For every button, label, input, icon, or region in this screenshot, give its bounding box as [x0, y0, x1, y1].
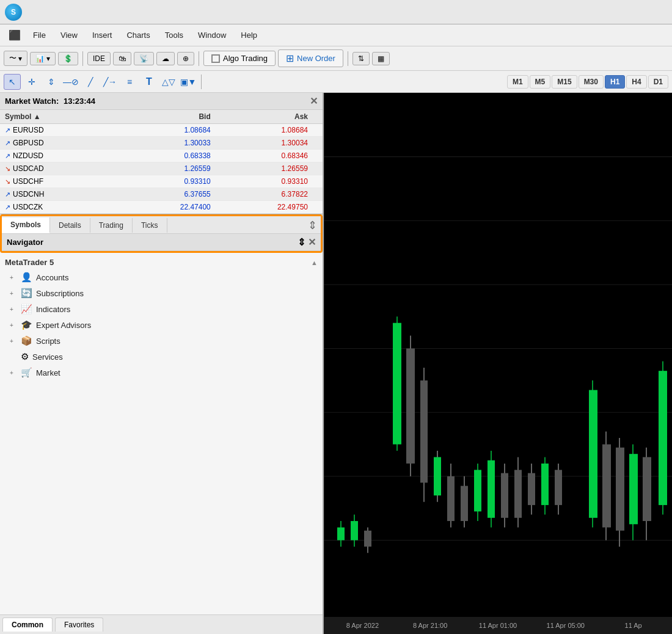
bid-value: 1.26559: [119, 162, 216, 175]
navigator-header: Navigator ⇕ ✕: [2, 234, 321, 251]
trend-line-btn[interactable]: ╱: [82, 74, 99, 90]
tf-h4[interactable]: H4: [626, 75, 646, 89]
nav-item[interactable]: + 📦 Scripts: [0, 333, 323, 349]
tab-trading[interactable]: Trading: [90, 218, 133, 233]
market-watch-row[interactable]: ↗NZDUSD 0.68338 0.68346: [0, 150, 323, 162]
depth-btn[interactable]: ⇅: [352, 52, 370, 65]
vertical-line-btn[interactable]: ⇕: [43, 74, 60, 90]
resize-handle[interactable]: ⇕: [305, 219, 320, 232]
chart-type-btn[interactable]: 〜 ▾: [4, 51, 27, 66]
menu-help[interactable]: Help: [235, 28, 263, 42]
main-toolbar: 〜 ▾ 📊 ▾ 💲 IDE 🛍 📡 ☁ ⊕ Algo Trading ⊞ New…: [0, 46, 672, 71]
bottom-tab-common[interactable]: Common: [2, 618, 53, 632]
col-symbol: Symbol ▲: [0, 110, 119, 124]
bid-value: 6.37655: [119, 188, 216, 201]
ray-btn[interactable]: ╱→: [101, 74, 119, 90]
menu-file[interactable]: File: [27, 28, 52, 42]
svg-rect-39: [555, 470, 562, 505]
history-btn[interactable]: ▦: [372, 52, 390, 65]
crosshair-btn[interactable]: ✛: [23, 74, 40, 90]
nav-item-label: Indicators: [36, 305, 70, 314]
new-order-btn[interactable]: ⊞ New Order: [278, 49, 343, 67]
market-watch-row[interactable]: ↘USDCHF 0.93310 0.93310: [0, 175, 323, 188]
nav-item[interactable]: + 👤 Accounts: [0, 269, 323, 285]
text-btn[interactable]: T: [141, 74, 158, 90]
svg-rect-31: [501, 473, 508, 518]
tab-details[interactable]: Details: [50, 218, 90, 233]
shapes2-btn[interactable]: ▣▼: [180, 74, 197, 90]
tab-ticks[interactable]: Ticks: [133, 218, 167, 233]
svg-rect-47: [629, 454, 638, 524]
shapes-btn[interactable]: △▽: [160, 74, 177, 90]
dollar-btn[interactable]: 💲: [58, 52, 78, 65]
bottom-tab-favorites[interactable]: Favorites: [55, 618, 103, 632]
channel-btn[interactable]: ≡: [121, 74, 138, 90]
plus-circle-btn[interactable]: ⊕: [177, 52, 194, 65]
tf-m5[interactable]: M5: [530, 75, 551, 89]
ask-value: 6.37822: [216, 188, 313, 201]
symbol-name: USDCNH: [13, 190, 44, 199]
ide-btn[interactable]: IDE: [87, 52, 111, 65]
ask-value: 0.68346: [216, 150, 313, 162]
arrow-down-icon: ↘: [5, 178, 10, 186]
bid-value: 1.08684: [119, 124, 216, 137]
bottom-tabs: Common Favorites: [0, 614, 323, 634]
market-watch-close[interactable]: ✕: [310, 95, 318, 107]
ask-value: 1.30034: [216, 137, 313, 150]
nav-item[interactable]: ⚙ Services: [0, 349, 323, 365]
tab-symbols[interactable]: Symbols: [2, 217, 50, 233]
menu-icon-item: ⬛: [5, 27, 24, 43]
market-watch-row[interactable]: ↗EURUSD 1.08684 1.08684: [0, 124, 323, 137]
time-label-2: 11 Apr 01:00: [464, 622, 532, 629]
navigator-title: Navigator: [7, 238, 43, 247]
svg-rect-37: [541, 464, 549, 505]
navigator-resize-icon[interactable]: ⇕: [298, 236, 305, 248]
tf-m15[interactable]: M15: [552, 75, 577, 89]
radio-btn[interactable]: 📡: [134, 52, 154, 65]
history-icon: ▦: [378, 54, 384, 63]
time-label-4: 11 Ap: [599, 622, 667, 629]
navigator-body: MetaTrader 5 ▲ + 👤 Accounts + 🔄 Subscrip…: [0, 253, 323, 614]
nav-item-icon: 🛒: [21, 367, 32, 378]
nav-item[interactable]: + 🎓 Expert Advisors: [0, 317, 323, 333]
menu-window[interactable]: Window: [192, 28, 232, 42]
symbol-name: GBPUSD: [13, 139, 44, 147]
hline-btn[interactable]: —⊘: [62, 74, 79, 90]
tf-m1[interactable]: M1: [507, 75, 528, 89]
svg-rect-15: [393, 323, 401, 445]
bid-value: 0.68338: [119, 150, 216, 162]
nav-item-label: Scripts: [36, 337, 60, 346]
bar-chart-btn[interactable]: 📊 ▾: [30, 52, 56, 65]
svg-rect-27: [474, 470, 481, 511]
cloud-btn[interactable]: ☁: [156, 52, 175, 65]
nav-item[interactable]: + 🛒 Market: [0, 365, 323, 381]
navigator-close[interactable]: ✕: [308, 236, 316, 248]
market-watch-row[interactable]: ↘USDCAD 1.26559 1.26559: [0, 162, 323, 175]
menu-insert[interactable]: Insert: [86, 28, 119, 42]
line-icon: 〜: [9, 53, 16, 64]
dropdown-arrow-icon2: ▾: [46, 54, 50, 63]
cursor-btn[interactable]: ↖: [4, 74, 21, 90]
bid-value: 22.47400: [119, 201, 216, 214]
market-watch-row[interactable]: ↗USDCZK 22.47400 22.49750: [0, 201, 323, 214]
svg-rect-29: [488, 461, 495, 518]
drag-resize-area[interactable]: Symbols Details Trading Ticks ⇕ Navigato…: [0, 214, 323, 253]
col-ask: Ask: [216, 110, 313, 124]
menu-tools[interactable]: Tools: [159, 28, 189, 42]
nav-item[interactable]: + 📈 Indicators: [0, 301, 323, 317]
bag-btn[interactable]: 🛍: [113, 52, 131, 65]
tf-h1[interactable]: H1: [605, 75, 625, 89]
market-watch-row[interactable]: ↗USDCNH 6.37655 6.37822: [0, 188, 323, 201]
symbol-name: NZDUSD: [13, 151, 43, 160]
market-watch-row[interactable]: ↗GBPUSD 1.30033 1.30034: [0, 137, 323, 150]
nav-root: MetaTrader 5 ▲: [0, 255, 323, 269]
menu-charts[interactable]: Charts: [120, 28, 156, 42]
algo-trading-btn[interactable]: Algo Trading: [203, 51, 276, 66]
arrow-up-icon: ↗: [5, 126, 10, 134]
nav-item[interactable]: + 🔄 Subscriptions: [0, 285, 323, 301]
tf-d1[interactable]: D1: [648, 75, 668, 89]
tf-m30[interactable]: M30: [579, 75, 604, 89]
menu-view[interactable]: View: [54, 28, 84, 42]
radio-icon: 📡: [139, 54, 148, 63]
symbol-name: USDCZK: [13, 203, 43, 211]
